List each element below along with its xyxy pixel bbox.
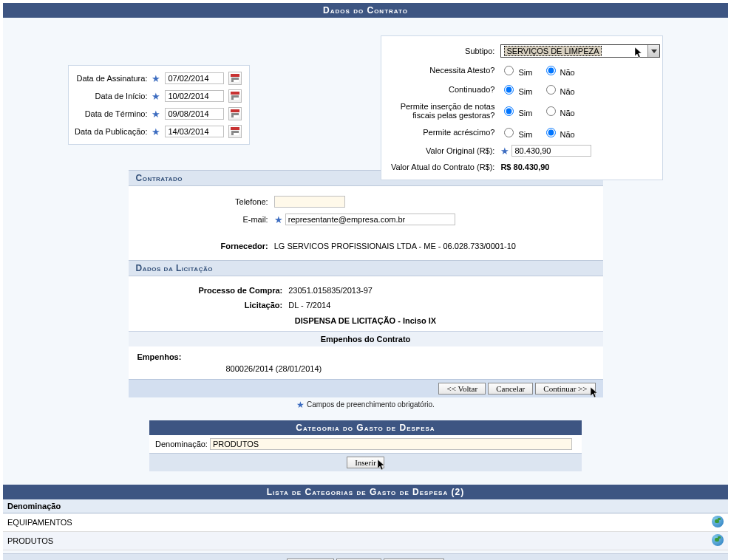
calendar-icon[interactable] xyxy=(228,89,242,103)
contratado-body: Telefone: E-mail: ★ Fornecedor: LG SERVI… xyxy=(129,186,603,260)
denom-input[interactable] xyxy=(210,438,572,450)
telefone-input[interactable] xyxy=(274,196,345,208)
button-bar-1: << Voltar Cancelar Continuar >> xyxy=(129,379,603,397)
licitacao-header: Dados da Licitação xyxy=(129,260,603,276)
cursor-icon xyxy=(635,47,643,59)
cancelar-button[interactable]: Cancelar xyxy=(488,383,533,395)
required-star-icon: ★ xyxy=(152,126,160,137)
right-block: Subtipo: SERVIÇOS DE LIMPEZA Necessita A… xyxy=(381,35,663,180)
hint: ★ Campos de preenchimento obrigatório. xyxy=(129,397,603,412)
processo-label: Processo de Compra: xyxy=(197,284,285,297)
atesto-nao-radio[interactable]: Não xyxy=(543,68,575,77)
row-denom: PRODUTOS xyxy=(3,532,707,550)
cursor-icon xyxy=(378,460,386,471)
valor-atual-label: Valor Atual do Contrato (R$): xyxy=(389,160,497,174)
world-icon[interactable] xyxy=(712,516,724,527)
row-denom: EQUIPAMENTOS xyxy=(3,513,707,532)
categoria-header: Categoria do Gasto de Despesa xyxy=(149,420,582,435)
publicacao-input[interactable] xyxy=(165,126,224,137)
dates-block: Data de Assinatura: ★ Data de Início: ★ … xyxy=(68,65,250,145)
assinatura-input[interactable] xyxy=(165,72,224,84)
empenhos-value: 800026/2014 (28/01/2014) xyxy=(137,361,594,373)
table-row: PRODUTOS xyxy=(3,532,728,550)
termino-input[interactable] xyxy=(165,108,224,120)
empenhos-label: Empenhos: xyxy=(137,352,594,361)
processo-value: 23051.015835/2013-97 xyxy=(286,284,375,297)
notas-sim-radio[interactable]: Sim xyxy=(500,109,532,117)
licit-label: Licitação: xyxy=(197,298,285,312)
main-container: Data de Assinatura: ★ Data de Início: ★ … xyxy=(3,18,728,560)
notas-nao-radio[interactable]: Não xyxy=(543,109,575,117)
continuado-nao-radio[interactable]: Não xyxy=(543,87,575,96)
footer-buttons: << Voltar Cancelar Continuar >> xyxy=(3,553,728,560)
calendar-icon[interactable] xyxy=(228,125,242,138)
valor-atual-value: R$ 80.430,90 xyxy=(498,160,662,174)
lista-header: Lista de Categorias de Gasto de Despesa … xyxy=(3,485,728,499)
telefone-label: Telefone: xyxy=(219,194,271,210)
calendar-icon[interactable] xyxy=(228,72,242,85)
acrescimo-sim-radio[interactable]: Sim xyxy=(500,130,532,139)
continuado-sim-radio[interactable]: Sim xyxy=(500,87,532,96)
fornecedor-value: LG SERVICOS PROFISSIONAIS LTDA - ME - 06… xyxy=(272,239,518,253)
empenhos-body: Empenhos: 800026/2014 (28/01/2014) xyxy=(129,346,603,379)
voltar-button[interactable]: << Voltar xyxy=(438,383,486,395)
table-row: EQUIPAMENTOS xyxy=(3,513,728,532)
licit-detalhe: DISPENSA DE LICITAÇÃO - Inciso IX xyxy=(136,313,596,325)
notas-label: Permite inserção de notas fiscais pelas … xyxy=(389,100,497,122)
required-star-icon: ★ xyxy=(500,146,509,157)
categoria-body: Denominação: xyxy=(149,435,582,453)
assinatura-label: Data de Assinatura: xyxy=(73,70,149,86)
acrescimo-nao-radio[interactable]: Não xyxy=(543,130,575,139)
empenhos-header: Empenhos do Contrato xyxy=(129,331,603,346)
inicio-label: Data de Início: xyxy=(73,88,149,104)
valor-original-input[interactable] xyxy=(511,145,591,157)
valor-original-label: Valor Original (R$): xyxy=(389,143,497,159)
required-star-icon: ★ xyxy=(274,214,283,225)
subtipo-select[interactable]: SERVIÇOS DE LIMPEZA xyxy=(500,44,660,58)
publicacao-label: Data da Publicação: xyxy=(73,123,149,140)
col-action xyxy=(707,499,728,513)
col-denom: Denominação xyxy=(3,499,707,513)
categoria-container: Categoria do Gasto de Despesa Denominaçã… xyxy=(149,420,582,471)
lista-container: Lista de Categorias de Gasto de Despesa … xyxy=(3,485,728,560)
categoria-insert-bar: Inserir xyxy=(149,453,582,471)
email-input[interactable] xyxy=(285,214,455,225)
licit-value: DL - 7/2014 xyxy=(286,298,375,312)
required-star-icon: ★ xyxy=(152,73,160,84)
continuado-label: Continuado? xyxy=(389,81,497,98)
page-title: Dados do Contrato xyxy=(3,3,728,18)
atesto-sim-radio[interactable]: Sim xyxy=(500,68,532,77)
denom-label: Denominação: xyxy=(155,440,208,448)
continuar-button[interactable]: Continuar >> xyxy=(535,383,595,395)
termino-label: Data de Término: xyxy=(73,106,149,122)
world-icon[interactable] xyxy=(712,534,724,546)
required-star-icon: ★ xyxy=(152,91,160,102)
subtipo-value: SERVIÇOS DE LIMPEZA xyxy=(504,46,601,56)
subtipo-label: Subtipo: xyxy=(389,42,497,60)
required-star-icon: ★ xyxy=(152,109,160,120)
inicio-input[interactable] xyxy=(165,90,224,102)
licitacao-body: Processo de Compra: 23051.015835/2013-97… xyxy=(129,276,603,331)
calendar-icon[interactable] xyxy=(228,107,242,120)
cursor-icon xyxy=(591,387,599,399)
chevron-down-icon xyxy=(647,45,659,57)
atesto-label: Necessita Atesto? xyxy=(389,61,497,79)
lista-table: Denominação EQUIPAMENTOS PRODUTOS xyxy=(3,499,728,550)
email-label: E-mail: xyxy=(219,211,271,228)
acrescimo-label: Permite acréscimo? xyxy=(389,123,497,141)
fornecedor-label: Fornecedor: xyxy=(219,239,271,253)
